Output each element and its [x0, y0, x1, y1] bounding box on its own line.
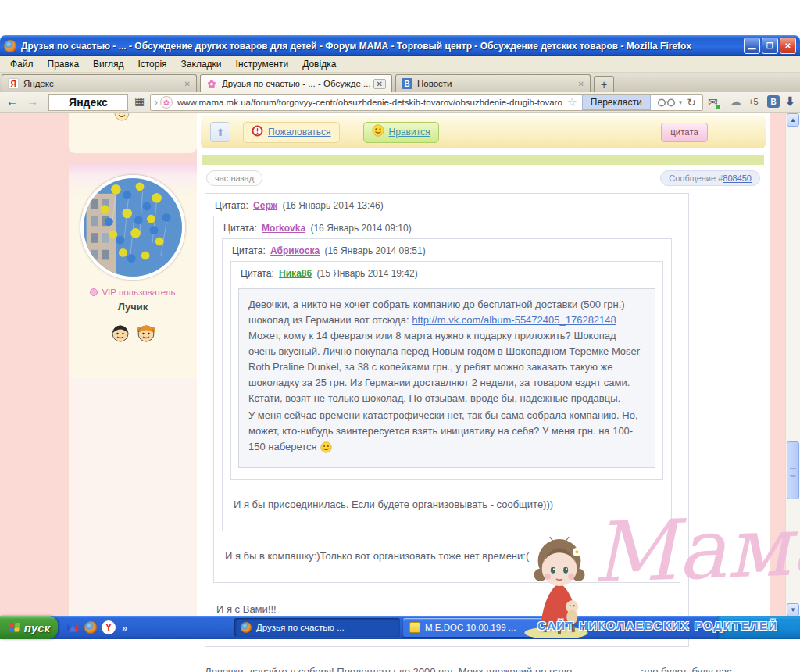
mail-agent-icon[interactable] [66, 620, 80, 634]
tab-label: Яндекс [23, 79, 181, 88]
sidebar-block-previous [69, 113, 197, 153]
menu-edit[interactable]: Правка [41, 59, 87, 70]
tab-close-icon[interactable]: ✕ [373, 79, 386, 89]
menu-view[interactable]: Вигляд [86, 59, 130, 70]
dropdown-icon[interactable]: ▾ [679, 98, 683, 106]
children-icons [69, 323, 197, 346]
menu-help[interactable]: Довідка [295, 59, 343, 70]
quote-date: (15 Январь 2014 19:42) [317, 268, 418, 279]
quote-header: Цитата: Morkovka (16 Январь 2014 09:10) [214, 216, 680, 237]
back-button[interactable]: ← [6, 95, 18, 108]
quote-button[interactable]: цитата [661, 123, 708, 142]
quote-body-text: Девочки, а никто не хочет собрать компан… [238, 288, 655, 468]
tab-forum-active[interactable]: ✿ Друзья по счастью - ... - Обсужде ... … [200, 74, 392, 92]
username[interactable]: Лучик [69, 301, 197, 313]
quote-header: Цитата: Серж (16 Январь 2014 13:46) [205, 194, 688, 214]
scroll-top-button[interactable]: ⬆ [210, 122, 230, 142]
boy-icon [110, 323, 130, 346]
quote-author-link[interactable]: Абрикоска [270, 245, 320, 256]
post-author-sidebar: VIP пользователь Лучик [69, 164, 197, 378]
system-tray [717, 616, 800, 639]
page-background: VIP пользователь Лучик ⬆ [0, 113, 800, 617]
tiles-icon[interactable]: ▦ [134, 95, 145, 106]
firefox-quicklaunch-icon[interactable] [84, 621, 97, 634]
tab-news[interactable]: В Новости ✕ [395, 74, 591, 92]
smiley-icon [114, 113, 130, 124]
post-content-column: ⬆ Пожаловаться Нравится цитата час [197, 113, 770, 617]
scrollbar[interactable]: ▲ ▼ [785, 113, 800, 617]
bookmark-star-icon[interactable]: ☆ [566, 95, 577, 109]
reply-abrikoska: И я бы присоединилась. Если будете орган… [223, 489, 671, 531]
url-text[interactable]: www.mama.mk.ua/forum/torgovyy-centr/obsu… [177, 98, 562, 107]
quote-morkovka: Цитата: Morkovka (16 Январь 2014 09:10) … [213, 216, 680, 583]
translate-button[interactable]: Перекласти [582, 95, 651, 110]
tab-strip: Я Яндекс ✕ ✿ Друзья по счастью - ... - О… [0, 73, 800, 92]
yandex-browser-icon[interactable]: Y [102, 620, 116, 634]
address-bar[interactable]: › ✿ www.mama.mk.ua/forum/torgovyy-centr/… [150, 94, 703, 111]
report-label: Пожаловаться [268, 127, 331, 138]
start-button[interactable]: пуск [0, 616, 58, 639]
menu-bookmarks[interactable]: Закладки [174, 59, 229, 70]
vip-status: VIP пользователь [69, 288, 197, 297]
mail-badge [715, 104, 721, 110]
download-icon[interactable]: ⬇ [785, 95, 795, 109]
quote-header: Цитата: Ника86 (15 Январь 2014 19:42) [231, 262, 662, 282]
quote-date: (16 Январь 2014 09:10) [310, 223, 411, 234]
quote-author-link[interactable]: Серж [253, 200, 277, 211]
report-icon [252, 125, 263, 140]
post-final-text: Девочки, давайте я соберу! Предоплаты до… [205, 666, 760, 672]
tab-close-icon[interactable]: ✕ [184, 80, 191, 88]
quote-header: Цитата: Абрикоска (16 Январь 2014 08:51) [223, 239, 671, 259]
taskbar-task-firefox[interactable]: Друзья по счастью ... [234, 618, 400, 637]
navigation-bar: ← → Яндекс ▦ › ✿ www.mama.mk.ua/forum/to… [0, 92, 800, 113]
scrollbar-down-button[interactable]: ▼ [787, 603, 799, 617]
menu-tools[interactable]: Інструменти [229, 59, 296, 70]
vip-label: VIP пользователь [102, 288, 175, 297]
message-number-link[interactable]: 808450 [723, 173, 752, 183]
quote-nika86: Цитата: Ника86 (15 Январь 2014 19:42) Де… [230, 261, 663, 480]
site-favicon[interactable]: ✿ [160, 96, 173, 109]
report-button[interactable]: Пожаловаться [243, 122, 340, 143]
mail-icon[interactable]: ✉ [708, 95, 718, 109]
minimize-button[interactable]: — [744, 38, 760, 54]
vk-news-icon: В [402, 78, 412, 89]
scrollbar-thumb[interactable] [787, 441, 799, 499]
firefox-icon [4, 40, 16, 52]
quote-date: (16 Январь 2014 08:51) [324, 245, 425, 256]
quick-launch: Y » [66, 616, 127, 639]
quote-author-link[interactable]: Morkovka [262, 223, 305, 234]
tab-yandex[interactable]: Я Яндекс ✕ [2, 74, 197, 92]
forward-button[interactable]: → [27, 95, 38, 108]
taskbar-task-medoc[interactable]: M.E.DOC 10.00.199 ... [403, 618, 571, 637]
smiley-icon [320, 441, 332, 458]
taskbar: пуск Y » Друзья по счастью ... M.E.DOC 1… [0, 616, 800, 639]
quote-author-link[interactable]: Ника86 [279, 268, 312, 279]
weather-temperature: +5 [748, 97, 759, 106]
scrollbar-up-button[interactable]: ▲ [787, 113, 799, 127]
sidebar-lower-area [69, 378, 197, 617]
breadcrumb-icon: › [155, 97, 158, 108]
post-actions-toolbar: ⬆ Пожаловаться Нравится цитата [201, 116, 766, 148]
firefox-icon [241, 622, 252, 633]
vip-badge-icon [90, 288, 98, 296]
vk-album-link[interactable]: http://m.vk.com/album-55472405_176282148 [412, 314, 616, 326]
tab-close-icon[interactable]: ✕ [578, 80, 584, 88]
vk-toolbar-icon[interactable]: В [767, 95, 780, 108]
reply-morkovka: И я бы в компашку:)Только вот организова… [214, 541, 680, 582]
windows-flag-icon [8, 622, 20, 633]
yandex-search-button[interactable]: Яндекс [48, 94, 128, 111]
like-button[interactable]: Нравится [363, 122, 439, 143]
menu-history[interactable]: Історія [130, 59, 173, 70]
refresh-icon[interactable]: ↻ [687, 96, 696, 109]
weather-cloud-icon[interactable]: ☁ [730, 95, 741, 109]
restore-button[interactable]: ❐ [762, 38, 778, 54]
smiley-icon [372, 124, 384, 140]
menu-file[interactable]: Файл [3, 59, 41, 70]
quote-abrikoska: Цитата: Абрикоска (16 Январь 2014 08:51)… [222, 238, 672, 531]
quick-launch-overflow-icon[interactable]: » [122, 622, 127, 634]
glasses-icon[interactable] [657, 98, 676, 107]
avatar[interactable] [80, 175, 185, 280]
yandex-icon: Я [8, 78, 19, 89]
new-tab-button[interactable]: + [594, 76, 614, 92]
close-button[interactable]: ✕ [780, 38, 796, 54]
